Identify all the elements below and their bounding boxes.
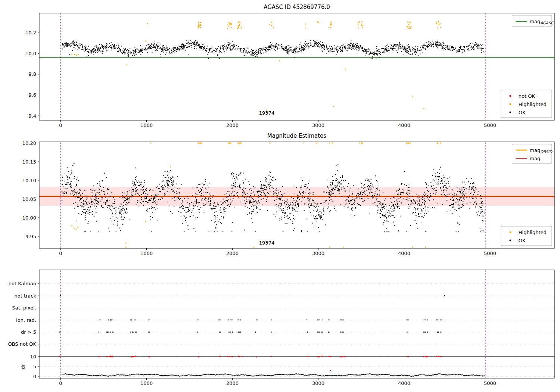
legend-sample-dot xyxy=(509,240,511,242)
dr-tick-label: 5 xyxy=(33,364,36,369)
y-tick-label: 10.00 xyxy=(22,215,36,221)
y-tick-label: 9.95 xyxy=(25,234,36,239)
dr-axis-label: dr xyxy=(20,364,26,369)
dr-tick-label: 0 xyxy=(33,374,36,379)
legend-sample-dot xyxy=(509,103,511,105)
annotation-obsid: 19374 xyxy=(259,110,274,116)
flag-row-label: Ion. rad. xyxy=(16,317,36,323)
x-axis-ticks: 010002000300040005000 xyxy=(59,120,496,128)
y-axis-ticks: 9.49.69.810.010.2 xyxy=(25,30,39,118)
legend-label: not OK xyxy=(519,93,535,99)
y-tick-label: 10.05 xyxy=(22,196,36,202)
y-tick-label: 10.15 xyxy=(22,159,36,165)
legend-label: OK xyxy=(519,110,526,115)
x-tick-label: 2000 xyxy=(226,122,239,128)
x-tick-label: 4000 xyxy=(398,122,410,128)
chart-svg: 193740100020003000400050009.49.69.810.01… xyxy=(0,0,560,392)
y-tick-label: 10.10 xyxy=(22,178,36,183)
x-tick-label: 3000 xyxy=(312,122,324,128)
y-tick-label: 9.4 xyxy=(28,113,36,119)
legend-lower-right: not OKHighlightedOK xyxy=(501,90,552,118)
y-tick-label: 10.20 xyxy=(22,140,36,146)
legend-upper-right: magAGASC xyxy=(512,15,554,27)
x-tick-label: 0 xyxy=(59,380,62,386)
y-tick-label: 9.6 xyxy=(28,92,36,98)
y-tick-label: 10.0 xyxy=(25,51,36,56)
legend-sample-dot xyxy=(509,231,511,233)
figure: 193740100020003000400050009.49.69.810.01… xyxy=(0,0,560,392)
flag-row-label: OBS not OK xyxy=(8,341,37,347)
legend-label: mag xyxy=(529,156,540,161)
legend-label: OK xyxy=(519,238,526,243)
annotation-obsid: 19374 xyxy=(259,240,274,246)
x-tick-label: 2000 xyxy=(226,251,239,256)
legend-label: Highlighted xyxy=(519,230,547,235)
legend-label: Highlighted xyxy=(519,102,547,107)
x-tick-label: 0 xyxy=(59,251,62,256)
x-axis-ticks: 010002000300040005000 xyxy=(59,378,496,386)
legend-lower-right: HighlightedOK xyxy=(501,226,552,246)
y-tick-label: 9.8 xyxy=(28,71,36,77)
y-tick-label: 10.2 xyxy=(25,30,36,35)
flag-row-label: not track xyxy=(14,293,36,299)
plot-flags: 010002000300040005000not Kalmannot track… xyxy=(8,270,555,386)
flag-row-label: dr > 5 xyxy=(21,329,36,335)
x-tick-label: 3000 xyxy=(312,380,324,386)
x-tick-label: 1000 xyxy=(140,122,153,128)
x-tick-label: 0 xyxy=(59,122,62,128)
x-tick-label: 4000 xyxy=(398,251,410,256)
y-axis-ticks: 9.9510.0010.0510.1010.1510.20 xyxy=(22,140,39,239)
legend-upper-right: magOBSIDmag xyxy=(512,144,553,164)
x-tick-label: 5000 xyxy=(484,122,496,128)
x-tick-label: 1000 xyxy=(140,380,153,386)
plot-title: Magnitude Estimates xyxy=(267,133,326,139)
x-tick-label: 3000 xyxy=(312,251,324,256)
x-tick-label: 2000 xyxy=(226,380,239,386)
x-tick-label: 1000 xyxy=(140,251,153,256)
flag-row-label: not Kalman xyxy=(9,281,36,286)
dr-tick-label: 10 xyxy=(30,354,36,360)
x-tick-label: 5000 xyxy=(484,380,496,386)
x-tick-label: 4000 xyxy=(398,380,410,386)
plot-title: AGASC ID 452869776.0 xyxy=(264,4,330,10)
legend-sample-dot xyxy=(509,112,511,113)
x-tick-label: 5000 xyxy=(484,251,496,256)
x-axis-ticks: 010002000300040005000 xyxy=(59,248,496,256)
plot-magnitude-estimates: 193740100020003000400050009.9510.0010.05… xyxy=(22,133,554,256)
flag-row-label: Sat. pixel. xyxy=(12,305,36,311)
plot-agasc-mag: 193740100020003000400050009.49.69.810.01… xyxy=(25,4,554,128)
legend-sample-dot xyxy=(509,95,511,97)
